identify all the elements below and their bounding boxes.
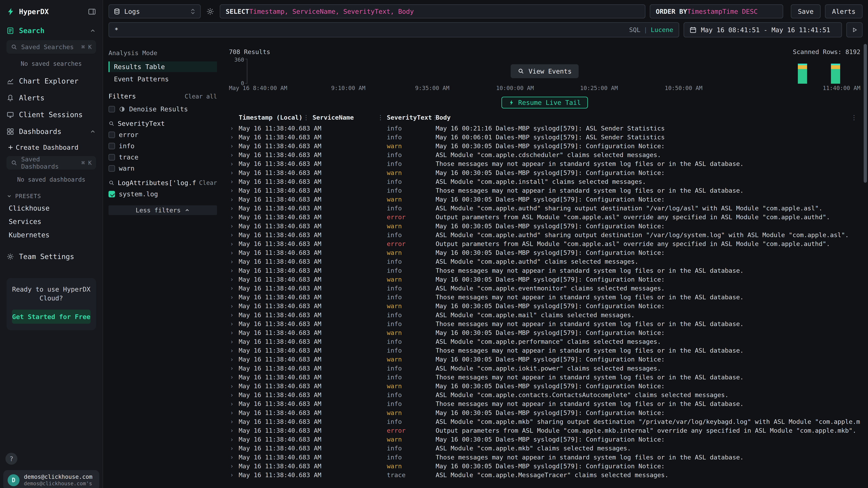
denoise-checkbox[interactable] [108, 106, 115, 112]
row-expand-chevron-icon[interactable]: › [229, 187, 239, 194]
row-expand-chevron-icon[interactable]: › [229, 240, 239, 248]
table-row[interactable]: ›May 16 11:38:40.683 AMwarnMay 16 00:30:… [229, 408, 860, 417]
severity-checkbox-error[interactable] [108, 132, 115, 138]
table-row[interactable]: ›May 16 11:38:40.683 AMinfoThose message… [229, 319, 860, 328]
row-expand-chevron-icon[interactable]: › [229, 178, 239, 185]
table-row[interactable]: ›May 16 11:38:40.683 AMerrorOutput param… [229, 239, 860, 248]
row-expand-chevron-icon[interactable]: › [229, 214, 239, 221]
row-expand-chevron-icon[interactable]: › [229, 285, 239, 292]
severity-checkbox-info[interactable] [108, 143, 115, 149]
severity-option-warn[interactable]: warn [108, 165, 217, 172]
mode-results-table[interactable]: Results Table [108, 61, 217, 72]
row-expand-chevron-icon[interactable]: › [229, 454, 239, 461]
severity-option-error[interactable]: error [108, 131, 217, 138]
table-row[interactable]: ›May 16 11:38:40.683 AMinfoASL Module "c… [229, 337, 860, 346]
table-row[interactable]: ›May 16 11:38:40.683 AMwarnMay 16 00:30:… [229, 195, 860, 204]
row-expand-chevron-icon[interactable]: › [229, 267, 239, 274]
create-dashboard-button[interactable]: Create Dashboard [0, 140, 102, 155]
sidebar-item-chart-explorer[interactable]: Chart Explorer [0, 73, 102, 90]
severity-option-trace[interactable]: trace [108, 154, 217, 161]
column-header-servicename[interactable]: ServiceName ⋮ [312, 114, 387, 121]
table-row[interactable]: ›May 16 11:38:40.683 AMinfoASL Module "c… [229, 204, 860, 213]
table-row[interactable]: ›May 16 11:38:40.683 AMinfoASL Module "c… [229, 311, 860, 319]
column-menu-icon[interactable]: ⋮ [303, 114, 309, 121]
row-expand-chevron-icon[interactable]: › [229, 249, 239, 256]
row-expand-chevron-icon[interactable]: › [229, 223, 239, 230]
table-row[interactable]: ›May 16 11:38:40.683 AMinfoThose message… [229, 293, 860, 302]
table-row[interactable]: ›May 16 11:38:40.683 AMerrorOutput param… [229, 213, 860, 222]
column-header-timestamp[interactable]: Timestamp (Local) ⋮ [239, 114, 312, 121]
table-row[interactable]: ›May 16 11:38:40.683 AMwarnMay 16 00:30:… [229, 222, 860, 230]
clear-all-link[interactable]: Clear all [185, 93, 217, 100]
logfile-option-system.log[interactable]: system.log [108, 190, 217, 198]
row-expand-chevron-icon[interactable]: › [229, 329, 239, 336]
view-events-button[interactable]: View Events [511, 64, 579, 78]
row-expand-chevron-icon[interactable]: › [229, 471, 239, 479]
column-header-severitytext[interactable]: SeverityText ⋮ [387, 114, 436, 121]
row-expand-chevron-icon[interactable]: › [229, 169, 239, 176]
severity-option-info[interactable]: info [108, 142, 217, 150]
saved-dashboards-input[interactable]: Saved Dashboards ⌘ K [6, 156, 96, 169]
table-row[interactable]: ›May 16 11:38:40.683 AMwarnMay 16 00:30:… [229, 168, 860, 177]
table-row[interactable]: ›May 16 11:38:40.683 AMtraceASL Module "… [229, 470, 860, 479]
row-expand-chevron-icon[interactable]: › [229, 383, 239, 390]
table-row[interactable]: ›May 16 11:38:40.683 AMwarnMay 16 00:30:… [229, 435, 860, 444]
row-expand-chevron-icon[interactable]: › [229, 231, 239, 238]
table-row[interactable]: ›May 16 11:38:40.683 AMwarnMay 16 00:30:… [229, 328, 860, 337]
chevron-up-icon[interactable] [90, 128, 96, 135]
column-header-body[interactable]: Body ⋮ [436, 114, 860, 121]
sidebar-collapse-icon[interactable] [88, 8, 96, 16]
search-query-input[interactable]: * SQL | Lucene [108, 22, 679, 37]
table-row[interactable]: ›May 16 11:38:40.683 AMinfoASL Module "c… [229, 151, 860, 159]
row-expand-chevron-icon[interactable]: › [229, 196, 239, 203]
table-row[interactable]: ›May 16 11:38:40.683 AMinfoThose message… [229, 399, 860, 408]
row-expand-chevron-icon[interactable]: › [229, 365, 239, 372]
run-query-button[interactable] [846, 22, 863, 37]
table-row[interactable]: ›May 16 11:38:40.683 AMinfoASL Module "c… [229, 364, 860, 373]
table-row[interactable]: ›May 16 11:38:40.683 AMinfoThose message… [229, 346, 860, 355]
sidebar-item-dashboards[interactable]: Dashboards [0, 123, 102, 140]
table-row[interactable]: ›May 16 11:38:40.683 AMinfoASL Module "c… [229, 444, 860, 453]
preset-item-services[interactable]: Services [0, 215, 102, 228]
row-expand-chevron-icon[interactable]: › [229, 338, 239, 345]
table-row[interactable]: ›May 16 11:38:40.683 AMerrorOutput param… [229, 426, 860, 435]
column-menu-icon[interactable]: ⋮ [851, 114, 857, 121]
row-expand-chevron-icon[interactable]: › [229, 436, 239, 443]
row-expand-chevron-icon[interactable]: › [229, 427, 239, 434]
table-row[interactable]: ›May 16 11:38:40.683 AMinfoASL Module "c… [229, 230, 860, 239]
user-menu[interactable]: D demos@clickhouse.com demos@clickhouse.… [3, 470, 99, 488]
table-row[interactable]: ›May 16 11:38:40.683 AMwarnMay 16 00:30:… [229, 248, 860, 257]
histogram-bar-0[interactable] [798, 64, 807, 84]
sidebar-item-client-sessions[interactable]: Client Sessions [0, 106, 102, 123]
denoise-checkbox-row[interactable]: Denoise Results [108, 105, 217, 113]
table-row[interactable]: ›May 16 11:38:40.683 AMwarnMay 16 00:30:… [229, 355, 860, 364]
row-expand-chevron-icon[interactable]: › [229, 160, 239, 167]
save-button[interactable]: Save [791, 4, 820, 19]
severity-checkbox-trace[interactable] [108, 154, 115, 161]
row-expand-chevron-icon[interactable]: › [229, 205, 239, 212]
row-expand-chevron-icon[interactable]: › [229, 445, 239, 452]
row-expand-chevron-icon[interactable]: › [229, 134, 239, 141]
column-menu-icon[interactable]: ⋮ [377, 114, 384, 121]
table-row[interactable]: ›May 16 11:38:40.683 AMinfoASL Module "c… [229, 391, 860, 399]
table-row[interactable]: ›May 16 11:38:40.683 AMinfoASL Module "c… [229, 284, 860, 293]
table-row[interactable]: ›May 16 11:38:40.683 AMwarnMay 16 00:30:… [229, 462, 860, 470]
table-row[interactable]: ›May 16 11:38:40.683 AMinfoThose message… [229, 373, 860, 382]
scrollbar-thumb[interactable] [864, 44, 867, 183]
mode-event-patterns[interactable]: Event Patterns [108, 74, 217, 85]
table-row[interactable]: ›May 16 11:38:40.683 AMwarnMay 16 00:30:… [229, 382, 860, 390]
presets-toggle[interactable]: PRESETS [0, 189, 102, 201]
less-filters-button[interactable]: Less filters [108, 205, 217, 215]
row-expand-chevron-icon[interactable]: › [229, 356, 239, 363]
alerts-button[interactable]: Alerts [825, 4, 863, 19]
logfile-clear-link[interactable]: Clear [199, 179, 217, 186]
source-settings-button[interactable] [205, 7, 215, 15]
saved-searches-input[interactable]: Saved Searches ⌘ K [6, 40, 96, 54]
table-row[interactable]: ›May 16 11:38:40.683 AMwarnMay 16 00:30:… [229, 275, 860, 284]
row-expand-chevron-icon[interactable]: › [229, 391, 239, 398]
row-expand-chevron-icon[interactable]: › [229, 142, 239, 150]
date-range-picker[interactable]: May 16 08:41:51 - May 16 11:41:51 [684, 22, 842, 37]
table-row[interactable]: ›May 16 11:38:40.683 AMinfoThose message… [229, 186, 860, 195]
preset-item-kubernetes[interactable]: Kubernetes [0, 228, 102, 242]
preset-item-clickhouse[interactable]: Clickhouse [0, 201, 102, 215]
